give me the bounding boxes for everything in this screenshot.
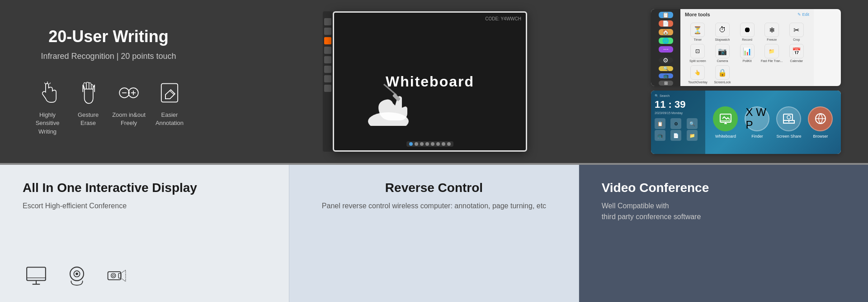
svg-rect-8 (161, 84, 178, 102)
top-screenshot-wrapper: 📋 📄 🏠 🌐 ⋯ ⚙ 🔍 📺 ⊞ More tools ✎ Edit (651, 9, 841, 86)
tool-calendar-label: Calendar (790, 59, 803, 62)
home-finder-icon: X W P (745, 106, 769, 131)
svg-point-28 (113, 274, 114, 276)
sidebar-screen-icon: 📺 (659, 73, 673, 78)
whiteboard-screen: CODE: Y4WWCH Whiteboard (334, 13, 526, 150)
small-app-2: ⚙ (670, 118, 681, 129)
sidebar-icon-2 (324, 28, 331, 35)
glove-svg (77, 81, 99, 104)
col-video-conference: Video Conference Well Compatible withthi… (579, 165, 868, 302)
home-finder-label: Finder (751, 134, 763, 139)
home-whiteboard-icon (713, 106, 738, 131)
feature-zoom: Zoom in&outFreely (110, 79, 148, 127)
toolbar-dot-1 (415, 142, 418, 146)
tool-fileshare-label: Fast File Tran... (761, 59, 783, 62)
small-app-6: 📁 (687, 130, 698, 141)
toolbar-dot-blue (409, 142, 413, 146)
sidebar-intro-icon: 📄 (659, 20, 673, 27)
tool-touchoverlay: 👆 TouchOverlay (687, 65, 709, 84)
finder-emoji: X W P (745, 106, 769, 131)
crop-icon: ✂ (789, 23, 804, 37)
small-app-4: 📺 (655, 130, 665, 141)
sidebar-whiteboard-icon: 📋 (659, 12, 673, 18)
tool-split-label: Split screen (689, 59, 706, 62)
sidebar-icon-5 (324, 56, 331, 63)
camera-icon: 📷 (715, 44, 730, 58)
toolbar-dot-4 (431, 142, 434, 146)
hand-pointer-icon (34, 79, 61, 106)
sidebar-icon-3 (324, 37, 331, 44)
monitor-icon-item (23, 263, 50, 288)
tool-stopwatch: ⏱ Stopwatch (712, 23, 734, 41)
top-section: 20-User Writing Infrared Recognition | 2… (0, 0, 868, 163)
col1-subtitle: Escort High-efficient Conference (23, 201, 266, 211)
feature-sensitive-label: HighlySensitive Writing (28, 111, 67, 136)
sidebar-welcome-icon: 🏠 (659, 29, 673, 35)
home-app-whiteboard: Whiteboard (713, 106, 738, 139)
webcam-svg (66, 264, 88, 287)
bottom-section: All In One Interactive Display Escort Hi… (0, 165, 868, 302)
home-screenshare-label: Screen Share (776, 134, 801, 139)
small-app-5: 📄 (670, 130, 681, 141)
feature-sensitive: HighlySensitive Writing (28, 79, 67, 136)
home-browser-icon (808, 106, 833, 131)
home-app-screenshare: Screen Share (776, 106, 801, 139)
home-left: 🔍 Search 11 : 39 2023/09/15 Monday 📋 ⚙ 🔍… (651, 91, 705, 154)
tool-camera: 📷 Camera (712, 44, 734, 62)
browser-svg (814, 112, 827, 125)
clock-display: 11 : 39 (655, 99, 702, 110)
svg-line-1 (44, 83, 46, 84)
webcam-icon-item (63, 263, 90, 288)
tool-screenlock-label: ScreenLock (714, 81, 731, 84)
whiteboard-container: CODE: Y4WWCH Whiteboard (333, 11, 527, 152)
projector-svg (106, 264, 129, 287)
search-bar: 🔍 Search (655, 94, 702, 98)
tool-timer: ⏳ Timer (687, 23, 709, 41)
zoom-icon (115, 79, 142, 106)
col-interactive-display: All In One Interactive Display Escort Hi… (0, 165, 289, 302)
home-whiteboard-label: Whiteboard (715, 134, 736, 139)
sidebar-grid-icon: ⊞ (659, 81, 673, 86)
main-title: 20-User Writing (27, 27, 190, 46)
col1-title: All In One Interactive Display (23, 181, 266, 195)
hand-svg (366, 81, 420, 126)
home-browser-label: Browser (813, 134, 828, 139)
home-screen-screenshot: 🔍 Search 11 : 39 2023/09/15 Monday 📋 ⚙ 🔍… (651, 91, 841, 154)
center-panel: CODE: Y4WWCH Whiteboard (199, 11, 651, 152)
feature-erase: GestureErase (69, 79, 108, 127)
svg-point-27 (111, 273, 116, 278)
record-icon: ⏺ (740, 23, 755, 37)
feature-annotation: EasierAnnotation (151, 79, 189, 127)
date-display: 2023/09/15 Monday (655, 111, 702, 115)
calendar-icon: 📅 (789, 44, 804, 58)
col3-title: Video Conference (602, 181, 709, 195)
timer-icon: ⏳ (690, 23, 705, 37)
fileshare-icon: 📁 (764, 44, 779, 58)
screenshare-svg (783, 112, 795, 125)
sidebar-icon-1 (324, 18, 331, 25)
more-tools-header: More tools ✎ Edit (685, 12, 809, 17)
tool-stopwatch-label: Stopwatch (715, 38, 730, 41)
toolbar-dot-5 (436, 142, 440, 146)
device-bottom-strip: ●●●●● (334, 150, 526, 152)
tool-freeze: ❄ Freeze (761, 23, 783, 41)
more-tools-screenshot: 📋 📄 🏠 🌐 ⋯ ⚙ 🔍 📺 ⊞ More tools ✎ Edit (651, 9, 841, 86)
tool-record-label: Record (742, 38, 752, 41)
tool-calendar: 📅 Calendar (786, 44, 808, 62)
edit-button[interactable]: ✎ Edit (797, 12, 809, 17)
small-app-1: 📋 (655, 118, 665, 129)
home-right: Whiteboard X W P Finder (705, 91, 841, 154)
whiteboard-code: CODE: Y4WWCH (485, 16, 521, 21)
projector-icon-item (104, 263, 131, 288)
stopwatch-icon: ⏱ (715, 23, 730, 37)
col2-subtitle: Panel reverse control wireless computer:… (322, 201, 546, 211)
tool-touchoverlay-label: TouchOverlay (688, 81, 708, 84)
tool-freeze-label: Freeze (767, 38, 777, 41)
tool-pollkit-label: PollKit (743, 59, 752, 62)
glove-icon (75, 79, 102, 106)
feature-annotation-label: EasierAnnotation (156, 111, 184, 127)
edit-svg (158, 81, 181, 104)
svg-rect-19 (27, 267, 46, 280)
screenlock-icon: 🔒 (715, 65, 730, 80)
monitor-svg (25, 264, 47, 287)
